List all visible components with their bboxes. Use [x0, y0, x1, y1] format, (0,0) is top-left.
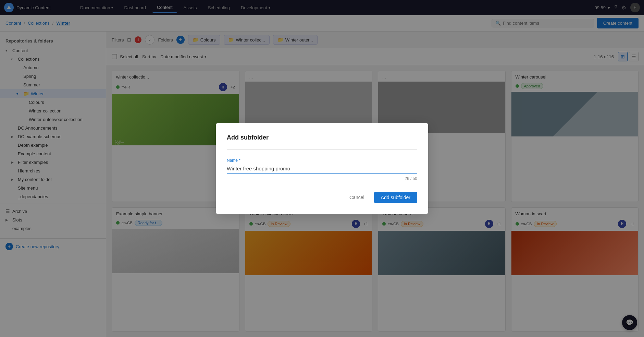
add-subfolder-modal: Add subfolder Name * 26 / 50 Cancel Add …	[216, 123, 428, 214]
name-field-label: Name *	[227, 158, 417, 163]
modal-name-field: Name * 26 / 50	[227, 158, 417, 181]
modal-title: Add subfolder	[227, 134, 417, 141]
character-counter: 26 / 50	[227, 176, 417, 181]
modal-actions: Cancel Add subfolder	[227, 192, 417, 203]
add-subfolder-button[interactable]: Add subfolder	[374, 192, 417, 203]
modal-overlay[interactable]: Add subfolder Name * 26 / 50 Cancel Add …	[0, 0, 644, 337]
subfolder-name-input[interactable]	[227, 164, 417, 174]
cancel-button[interactable]: Cancel	[344, 192, 370, 203]
